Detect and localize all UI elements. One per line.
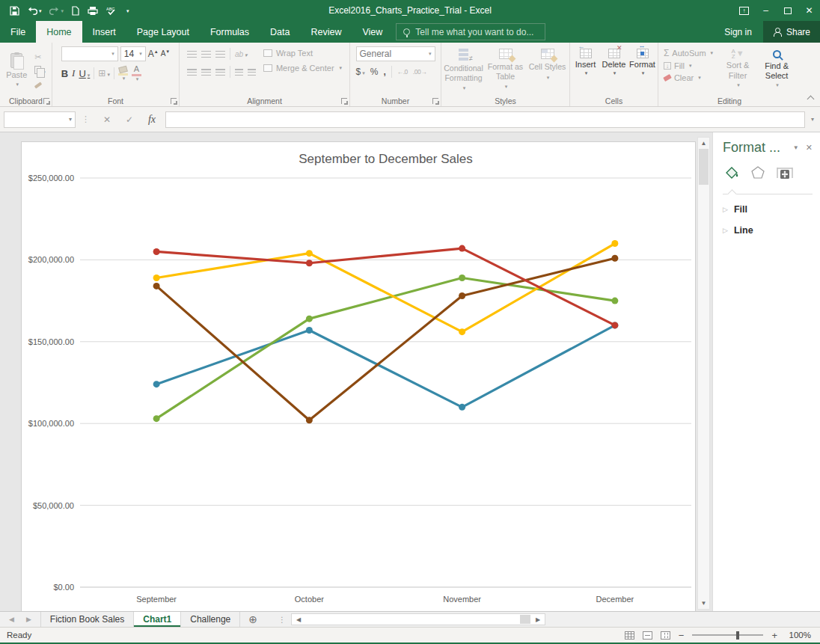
- fill-line-tab[interactable]: [723, 165, 740, 184]
- ribbon-display-options-button[interactable]: ↑: [733, 0, 755, 21]
- scroll-right-icon[interactable]: ▶: [531, 614, 545, 625]
- effects-tab[interactable]: [750, 165, 766, 184]
- zoom-slider-thumb[interactable]: [736, 631, 739, 640]
- align-bottom-icon[interactable]: [215, 51, 225, 58]
- decrease-indent-icon[interactable]: [235, 69, 243, 76]
- number-format-dropdown[interactable]: ▾: [429, 51, 432, 57]
- fill-color-button[interactable]: [118, 67, 128, 81]
- copy-button[interactable]: [34, 66, 46, 76]
- conditional-formatting-button[interactable]: Conditional Formatting: [443, 45, 485, 95]
- align-center-icon[interactable]: [201, 69, 211, 76]
- close-button[interactable]: ✕: [798, 0, 820, 21]
- clipboard-dialog-launcher[interactable]: [43, 98, 49, 104]
- font-name-dropdown[interactable]: ▾: [111, 51, 114, 57]
- tab-scroll-splitter[interactable]: ⋮: [273, 612, 291, 627]
- font-size-select[interactable]: 14▾: [120, 46, 146, 61]
- find-select-button[interactable]: Find & Select: [758, 48, 795, 95]
- font-size-dropdown[interactable]: ▾: [139, 51, 142, 57]
- normal-view-button[interactable]: [625, 631, 634, 640]
- previous-sheet-icon[interactable]: ◀: [9, 616, 14, 623]
- italic-button[interactable]: I: [72, 67, 75, 79]
- page-break-view-button[interactable]: [661, 631, 670, 640]
- horizontal-scroll-thumb[interactable]: [520, 615, 530, 624]
- merge-center-button[interactable]: Merge & Center: [263, 64, 342, 73]
- tab-formulas[interactable]: Formulas: [200, 21, 260, 43]
- tab-home[interactable]: Home: [36, 21, 82, 43]
- format-pane-dropdown[interactable]: ▼: [793, 144, 799, 151]
- format-pane-close-icon[interactable]: ✕: [806, 143, 813, 153]
- customize-qat-button[interactable]: ▾: [125, 8, 129, 13]
- alignment-dialog-launcher[interactable]: [341, 98, 347, 104]
- tell-me-box[interactable]: Tell me what you want to do...: [396, 23, 545, 40]
- zoom-in-button[interactable]: +: [771, 630, 777, 641]
- scroll-left-icon[interactable]: ◀: [292, 614, 305, 625]
- page-layout-view-button[interactable]: [643, 631, 652, 640]
- accounting-format-button[interactable]: $: [356, 67, 365, 77]
- enter-button[interactable]: ✓: [118, 114, 141, 125]
- increase-decimal-button[interactable]: ←.0: [397, 68, 408, 76]
- chart-sheet[interactable]: $250,000.00$200,000.00$150,000.00$100,00…: [21, 141, 696, 611]
- collapse-ribbon-button[interactable]: [807, 96, 815, 103]
- font-color-button[interactable]: A: [132, 65, 141, 82]
- delete-cells-button[interactable]: Delete▾: [600, 45, 628, 95]
- tab-insert[interactable]: Insert: [82, 21, 126, 43]
- sheet-tab-challenge[interactable]: Challenge: [181, 612, 240, 627]
- share-button[interactable]: Share: [763, 21, 820, 43]
- wrap-text-button[interactable]: Wrap Text: [263, 49, 342, 58]
- tab-data[interactable]: Data: [260, 21, 300, 43]
- cancel-button[interactable]: ✕: [96, 114, 118, 125]
- new-sheet-button[interactable]: ⊕: [240, 612, 266, 627]
- redo-button[interactable]: ▾: [49, 6, 64, 15]
- align-right-icon[interactable]: [215, 69, 225, 76]
- vertical-scroll-thumb[interactable]: [699, 149, 709, 185]
- tab-view[interactable]: View: [352, 21, 393, 43]
- tab-page-layout[interactable]: Page Layout: [126, 21, 200, 43]
- expand-formula-bar-button[interactable]: ▾: [805, 116, 820, 123]
- bold-button[interactable]: B: [61, 68, 68, 79]
- number-format-select[interactable]: General▾: [356, 46, 435, 61]
- percent-style-button[interactable]: %: [370, 67, 379, 77]
- spelling-button[interactable]: ABC: [106, 6, 117, 16]
- underline-button[interactable]: U: [79, 68, 90, 79]
- fill-section-header[interactable]: ▷ Fill: [723, 199, 813, 220]
- formula-input[interactable]: [165, 111, 805, 128]
- orientation-button[interactable]: ab: [235, 50, 248, 58]
- align-left-icon[interactable]: [187, 69, 197, 76]
- sort-filter-button[interactable]: AZ▼Sort & Filter: [719, 48, 756, 95]
- size-properties-tab[interactable]: [776, 165, 794, 184]
- undo-button[interactable]: ▾: [27, 6, 42, 15]
- quick-print-button[interactable]: [88, 6, 99, 16]
- align-middle-icon[interactable]: [201, 51, 211, 58]
- align-top-icon[interactable]: [187, 51, 197, 58]
- increase-indent-icon[interactable]: [248, 69, 256, 76]
- zoom-out-button[interactable]: −: [679, 630, 685, 641]
- format-cells-button[interactable]: Format▾: [628, 45, 657, 95]
- number-dialog-launcher[interactable]: [432, 98, 438, 104]
- line-chart[interactable]: $250,000.00$200,000.00$150,000.00$100,00…: [22, 142, 695, 612]
- cut-button[interactable]: ✂: [34, 52, 46, 62]
- minimize-button[interactable]: –: [755, 0, 777, 21]
- maximize-button[interactable]: [777, 0, 798, 21]
- insert-cells-button[interactable]: Insert▾: [572, 45, 600, 95]
- tab-review[interactable]: Review: [300, 21, 352, 43]
- clear-button[interactable]: Clear: [664, 73, 713, 82]
- scroll-up-icon[interactable]: ▲: [701, 138, 707, 149]
- shrink-font-button[interactable]: A▼: [161, 49, 171, 58]
- sign-in-button[interactable]: Sign in: [713, 21, 763, 43]
- font-name-select[interactable]: ▾: [61, 46, 118, 61]
- format-painter-button[interactable]: [34, 79, 46, 88]
- name-box[interactable]: ▾: [4, 111, 76, 128]
- comma-style-button[interactable]: ,: [383, 67, 385, 77]
- redo-dropdown[interactable]: ▾: [61, 8, 64, 13]
- scroll-down-icon[interactable]: ▼: [701, 598, 707, 609]
- font-dialog-launcher[interactable]: [171, 98, 177, 104]
- zoom-slider[interactable]: [692, 634, 763, 636]
- grow-font-button[interactable]: A▲: [148, 49, 159, 59]
- line-section-header[interactable]: ▷ Line: [723, 220, 813, 241]
- save-button[interactable]: [10, 6, 19, 16]
- tab-file[interactable]: File: [0, 21, 36, 43]
- horizontal-scrollbar[interactable]: ◀ ▶: [291, 613, 545, 625]
- borders-button[interactable]: ⊞: [98, 68, 110, 79]
- format-as-table-button[interactable]: Format as Table: [485, 45, 527, 95]
- vertical-scrollbar[interactable]: ▲ ▼: [697, 137, 710, 610]
